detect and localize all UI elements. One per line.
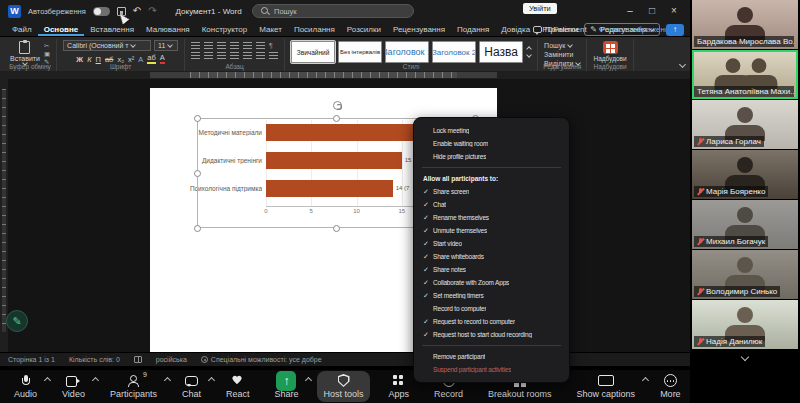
chevron-up-icon[interactable] [92,377,99,384]
cut-icon[interactable]: ✂ [44,42,50,49]
ribbon-tab[interactable]: Рецензування [387,23,451,36]
word-share-button[interactable]: ↑ [666,24,684,36]
menu-item[interactable]: ✓Set meeting timers [414,289,569,302]
paragraph-format-icon[interactable] [230,42,239,49]
menu-item[interactable]: ✓Chat [414,198,569,211]
participant-video[interactable]: Тетяна Анатоліївна Махи... [692,50,798,99]
vertical-ruler[interactable] [0,79,8,352]
editing-command[interactable]: Замінити [544,51,573,58]
menu-item[interactable]: Remove participant [414,350,569,363]
ribbon-tab[interactable]: Файл [6,23,38,36]
selection-handle-mid-left[interactable] [194,170,201,177]
menu-item[interactable]: ✓Request to record to computer [414,315,569,328]
ribbon-tab[interactable]: Основне [38,23,85,36]
font-size-select[interactable]: 11 [154,40,178,51]
menu-item[interactable]: Hide profile pictures [414,150,569,163]
ribbon-tab[interactable]: Подання [451,23,495,36]
page-indicator[interactable]: Сторінка 1 із 1 [8,356,55,363]
paragraph-format-icon[interactable] [256,42,265,49]
ribbon-tab[interactable]: Макет [253,23,288,36]
ribbon-tab[interactable]: Довідка [495,23,536,36]
paragraph-format-icon[interactable] [269,52,278,59]
paragraph-format-icon[interactable] [256,52,265,59]
toolbar-apps-button[interactable]: Apps [383,371,416,402]
toolbar-share-button[interactable]: ↑Share [268,371,304,402]
style-preview[interactable]: Звичайний [291,41,335,63]
selection-handle-bottom-left[interactable] [194,225,201,232]
maximize-button[interactable]: □ [646,5,658,17]
word-count[interactable]: Кількість слів: 0 [69,356,120,363]
proofing-icon[interactable] [134,356,142,363]
paragraph-format-icon[interactable] [204,42,213,49]
toolbar-video-button[interactable]: Video [56,371,91,402]
chevron-up-icon[interactable] [642,377,649,384]
accessibility-status[interactable]: Спеціальні можливості: усе добре [201,356,322,363]
language-indicator[interactable]: російська [156,356,187,363]
ribbon-tab[interactable]: Малювання [140,23,196,36]
menu-item[interactable]: Lock meeting [414,124,569,137]
menu-item[interactable]: ✓Share whiteboards [414,250,569,263]
selection-handle-top-center[interactable] [333,115,340,122]
ribbon-tab[interactable]: Конструктор [196,23,254,36]
close-button[interactable]: × [668,5,680,17]
paragraph-format-icon[interactable] [204,52,213,59]
paragraph-format-icon[interactable] [243,42,252,49]
copy-icon[interactable]: ▣ [44,50,50,57]
search-box[interactable]: Пошук [252,4,414,18]
toolbar-audio-button[interactable]: Audio [8,371,43,402]
chevron-up-icon[interactable] [164,377,171,384]
chevron-up-icon[interactable] [44,377,51,384]
participant-video[interactable]: Надія Данилюк [692,300,798,349]
menu-item[interactable]: ✓Share notes [414,263,569,276]
styles-scroll[interactable] [527,47,531,57]
menu-item[interactable]: ✓Collaborate with Zoom Apps [414,276,569,289]
style-preview[interactable]: Назва [479,41,523,63]
rotate-handle[interactable] [333,101,342,110]
font-name-select[interactable]: Calibri (Основний т [63,40,151,51]
annotation-pen-button[interactable]: ✎ [6,310,28,332]
participant-video[interactable]: Лариса Горлач [692,100,798,149]
ribbon-tab[interactable]: Розсилки [341,23,387,36]
menu-item[interactable]: ✓Rename themselves [414,211,569,224]
paragraph-format-icon[interactable] [191,52,200,59]
style-preview[interactable]: Заголовок 1 [385,41,429,63]
participant-video[interactable]: Володимир Синько [692,250,798,299]
comments-button[interactable]: Примітки [533,25,579,34]
menu-item[interactable]: ✓Unmute themselves [414,224,569,237]
ribbon-tab[interactable]: Посилання [288,23,341,36]
ribbon-tab[interactable]: Вставлення [84,23,140,36]
toolbar-more-button[interactable]: More [654,371,687,402]
participant-video[interactable]: Бардакова Мирослава Во... [692,0,798,49]
menu-item[interactable]: Enable waiting room [414,137,569,150]
scroll-more-participants[interactable] [692,350,798,366]
toolbar-host-tools-button[interactable]: Host tools [317,371,369,402]
editing-mode-button[interactable]: ✎ Редагування [584,23,660,36]
horizontal-ruler[interactable] [0,71,690,79]
menu-item[interactable]: ✓Start video [414,237,569,250]
paragraph-format-icon[interactable] [243,52,252,59]
editing-command[interactable]: Пошук [544,42,572,49]
redo-icon[interactable]: ↷ [148,6,156,16]
chevron-up-icon[interactable] [208,377,215,384]
paragraph-format-icon[interactable] [230,52,239,59]
style-preview[interactable]: Без інтервалів [338,41,382,63]
paragraph-format-icon[interactable] [217,42,226,49]
toolbar-chat-button[interactable]: Chat [176,371,207,402]
paragraph-format-icon[interactable] [217,52,226,59]
autosave-toggle[interactable] [93,7,110,16]
participant-video[interactable]: Михаил Богачук [692,200,798,249]
menu-item[interactable]: Suspend participant activities [414,363,569,376]
toolbar-react-button[interactable]: React [220,371,256,402]
paste-button[interactable]: Вставити [10,40,40,65]
participant-video[interactable]: Марія Бояренко [692,150,798,199]
style-preview[interactable]: Заголовок 2 [432,41,476,63]
minimize-button[interactable]: – [624,5,636,17]
toolbar-show-captions-button[interactable]: Show captions [571,371,642,402]
collapse-ribbon-icon[interactable] [679,61,686,68]
menu-item[interactable]: ✓Request host to start cloud recording [414,328,569,341]
undo-icon[interactable]: ↶ [133,6,141,16]
selection-handle-bottom-center[interactable] [333,225,340,232]
menu-item[interactable]: Record to computer [414,302,569,315]
menu-item[interactable]: ✓Share screen [414,185,569,198]
sign-in-button[interactable]: Увійти [523,3,557,14]
